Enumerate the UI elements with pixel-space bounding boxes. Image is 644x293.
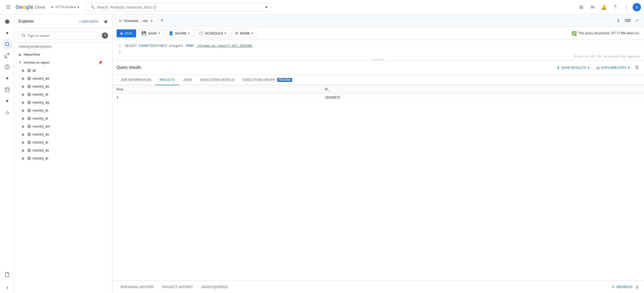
rail-doc-icon[interactable] (2, 269, 12, 280)
svg-rect-42 (28, 109, 31, 112)
chevron-right-icon: ▶ (21, 84, 26, 89)
rail-expand-icon[interactable] (2, 283, 12, 293)
tab-execution-graph[interactable]: EXECUTION GRAPH PREVIEW (238, 75, 296, 85)
top-navigation: ☰ Google Cloud ✦ HTTP Archive ▾ 🔍 ▾ ⊞ ✉ … (0, 0, 644, 14)
save-results-label: SAVE RESULTS (561, 66, 586, 70)
editor-line-1: 1 SELECT COUNT(DISTINCT origin) FROM `ch… (117, 43, 640, 49)
svg-rect-37 (28, 101, 31, 104)
sidebar-item-country_ar[interactable]: ▶ country_ar ⋮ (14, 138, 112, 146)
sidebar-item-country_am[interactable]: ▶ country_am ⋮ (14, 122, 112, 130)
sidebar-item-country_ae[interactable]: ▶ country_ae ⋮ (14, 82, 112, 90)
refresh-button[interactable]: ↻ REFRESH (610, 283, 634, 290)
svg-point-6 (6, 77, 8, 79)
chevron-right-icon: ▶ (21, 68, 26, 73)
sidebar-item-chrome-ux-report[interactable]: ▼ chrome-ux-report 📌 ⋮ (14, 58, 112, 66)
search-help-button[interactable]: ? (102, 32, 108, 39)
svg-point-1 (6, 32, 8, 34)
line-number: 1 (117, 43, 121, 49)
tab-info-button[interactable]: ℹ (614, 16, 622, 25)
explore-data-button[interactable]: 📊 EXPLORE DATA ▾ (593, 64, 632, 71)
results-expand-button[interactable]: ⇅ (634, 64, 640, 71)
global-search-input[interactable] (97, 5, 263, 9)
tab-fullscreen-button[interactable]: ⤢ (633, 16, 641, 25)
results-tabs: JOB INFORMATION RESULTS JSON EXECUTION D… (112, 75, 644, 85)
tab-close-button[interactable]: ✕ (150, 19, 154, 23)
chevron-right-icon: ▶ (21, 156, 26, 161)
tab-saved-queries[interactable]: SAVED QUERIES (197, 282, 232, 292)
collapse-sidebar-button[interactable]: ◀ (102, 18, 108, 25)
rail-history-icon[interactable] (2, 62, 12, 72)
tab-json[interactable]: JSON (179, 75, 196, 85)
schedule-button[interactable]: 🕐 SCHEDULE ▾ (195, 29, 230, 38)
new-tab-button[interactable]: + (158, 16, 166, 25)
tab-execution-details[interactable]: EXECUTION DETAILS (196, 75, 239, 85)
tab-keyboard-button[interactable]: ⌨ (623, 16, 632, 25)
hamburger-menu-button[interactable]: ☰ (3, 2, 13, 12)
sidebar-item-country_af[interactable]: ▶ country_af ⋮ (14, 90, 112, 98)
email-icon-button[interactable]: ✉ (587, 2, 598, 12)
rail-schedule-icon[interactable] (2, 84, 12, 95)
project-selector[interactable]: ✦ HTTP Archive ▾ (48, 3, 82, 11)
sidebar-item-country_as[interactable]: ▶ country_as ⋮ (14, 146, 112, 154)
sidebar-item-label: country_ag (32, 100, 103, 104)
sidebar-item-country_at[interactable]: ▶ country_at ⋮ (14, 154, 112, 162)
sidebar-item-country_ag[interactable]: ▶ country_ag ⋮ (14, 98, 112, 106)
share-button[interactable]: 👤 SHARE ▾ (165, 29, 193, 38)
run-query-button[interactable]: ▶ RUN (117, 29, 136, 37)
project-history-label: PROJECT HISTORY (162, 285, 193, 289)
tab-json-label: JSON (183, 78, 192, 82)
grid-icon-button[interactable]: ⊞ (576, 2, 586, 12)
svg-point-2 (5, 42, 9, 46)
collapse-bottom-button[interactable]: ∧ (634, 283, 640, 291)
add-data-button[interactable]: + ADD DATA (77, 18, 100, 25)
sidebar-item-label: country_ai (32, 108, 103, 112)
sidebar-item-label: country_at (32, 156, 103, 160)
more-button[interactable]: ⚙ MORE ▾ (232, 29, 256, 38)
save-results-button[interactable]: ⬇ SAVE RESULTS ▾ (555, 64, 591, 71)
tab-results[interactable]: RESULTS (155, 75, 179, 85)
saved-queries-label: SAVED QUERIES (201, 285, 228, 289)
sidebar-item-all[interactable]: ▶ all ⋮ (14, 66, 112, 74)
svg-point-11 (6, 100, 8, 102)
share-dropdown-icon: ▾ (188, 31, 190, 35)
rail-transfer-icon[interactable] (2, 50, 12, 61)
sidebar-item-country_al[interactable]: ▶ country_al ⋮ (14, 114, 112, 122)
help-button[interactable]: ? (610, 2, 620, 12)
more-options-button[interactable]: ⋮ (621, 2, 632, 12)
chevron-right-icon: ▶ (21, 76, 26, 81)
sidebar-item-country_ai[interactable]: ▶ country_ai ⋮ (14, 106, 112, 114)
sidebar-item-httparchive[interactable]: ▶ httparchive ⋮ (14, 50, 112, 58)
rail-home-icon[interactable] (2, 16, 12, 27)
project-dropdown-icon: ▾ (78, 5, 79, 9)
sidebar-header: Explorer + ADD DATA ◀ (14, 14, 112, 29)
results-title: Query results (117, 65, 141, 70)
sidebar-item-label: country_ae (32, 84, 103, 88)
chevron-right-icon: ▶ (18, 52, 23, 57)
share-label: SHARE (175, 31, 187, 35)
results-section: Query results ⬇ SAVE RESULTS ▾ 📊 EXPLORE… (112, 61, 644, 293)
tab-project-history[interactable]: PROJECT HISTORY (158, 282, 197, 292)
tab-personal-history[interactable]: PERSONAL HISTORY (117, 282, 158, 292)
sidebar-item-country_ad[interactable]: ▶ country_ad ⋮ (14, 74, 112, 82)
tab-job-information[interactable]: JOB INFORMATION (117, 75, 155, 85)
svg-rect-67 (28, 149, 31, 152)
editor-resize-handle[interactable] (373, 59, 383, 60)
sidebar-item-country_ao[interactable]: ▶ country_ao ⋮ (14, 130, 112, 138)
sidebar-search-container: ? (14, 29, 112, 43)
more-dropdown-icon: ▾ (251, 31, 253, 35)
search-expand-button[interactable]: ▾ (265, 5, 267, 10)
query-tab-unsaved[interactable]: ↻ *Unsaved … ery ✕ (115, 17, 157, 25)
save-button[interactable]: 💾 SAVE ▾ (138, 29, 163, 38)
chevron-right-icon: ▶ (21, 132, 26, 137)
chevron-down-icon: ▼ (18, 60, 23, 65)
google-cloud-logo: Google Cloud (15, 4, 45, 10)
table-icon (27, 140, 31, 145)
notification-bell-button[interactable]: 🔔 (599, 2, 609, 12)
sql-editor[interactable]: 1 SELECT COUNT(DISTINCT origin) FROM `ch… (112, 40, 644, 61)
share-icon: 👤 (169, 31, 174, 36)
results-header: Query results ⬇ SAVE RESULTS ▾ 📊 EXPLORE… (112, 61, 644, 75)
rail-search-icon[interactable] (2, 39, 12, 49)
rail-chart-icon[interactable] (2, 107, 12, 117)
avatar[interactable]: B (633, 3, 641, 11)
sidebar-search-input[interactable] (28, 34, 97, 38)
